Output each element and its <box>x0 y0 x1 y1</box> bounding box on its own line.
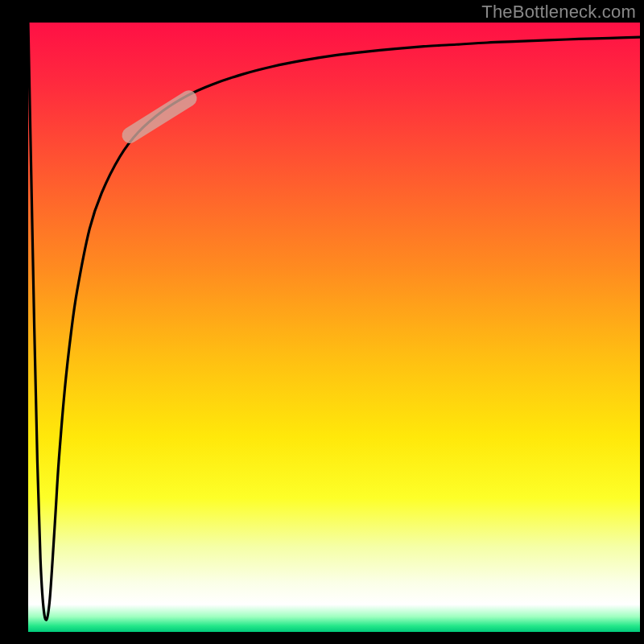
plot-area <box>28 23 640 632</box>
attribution-label: TheBottleneck.com <box>481 2 636 23</box>
chart-root: TheBottleneck.com <box>0 0 644 644</box>
bottleneck-curve <box>28 23 640 620</box>
curve-layer <box>28 23 640 632</box>
